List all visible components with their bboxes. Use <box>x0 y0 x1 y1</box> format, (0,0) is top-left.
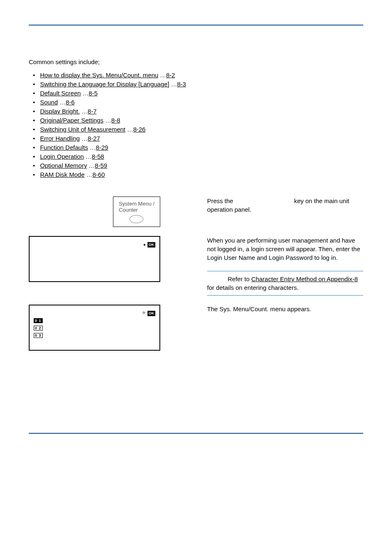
note-box: Refer to Character Entry Method on Appen… <box>207 271 363 296</box>
toc-link[interactable]: Error Handling <box>40 135 80 142</box>
toc-item[interactable]: Switching Unit of Measurement …8-26 <box>33 126 363 133</box>
panel-label: System Menu / Counter <box>119 201 154 213</box>
nav-ok-icon: ⬥ OK <box>143 241 155 247</box>
toc-item[interactable]: Display Bright. …8-7 <box>33 108 363 115</box>
button-oval-icon <box>129 215 143 223</box>
toc-page[interactable]: 8-26 <box>133 126 145 133</box>
toc-page[interactable]: 8-3 <box>177 81 186 88</box>
toc-page[interactable]: 8-8 <box>111 117 120 124</box>
toc-link[interactable]: Switching Unit of Measurement <box>40 126 125 133</box>
menu-num-3: 0 3 <box>34 333 43 338</box>
toc-link[interactable]: Default Screen <box>40 90 81 97</box>
login-lcd-display: ⬥ OK <box>29 236 160 282</box>
toc-item[interactable]: Switching the Language for Display [Lang… <box>33 81 363 88</box>
toc-list: How to display the Sys. Menu/Count. menu… <box>33 72 363 178</box>
step1-text: Press the key on the main unit operation… <box>207 197 363 227</box>
toc-item[interactable]: RAM Disk Mode …8-60 <box>33 171 363 178</box>
toc-link[interactable]: Function Defaults <box>40 144 88 151</box>
toc-item[interactable]: Default Screen …8-5 <box>33 90 363 97</box>
system-menu-key-illustration: System Menu / Counter <box>113 197 160 227</box>
toc-link[interactable]: RAM Disk Mode <box>40 171 84 178</box>
toc-link[interactable]: Login Operation <box>40 153 84 160</box>
toc-page[interactable]: 8-6 <box>66 99 75 106</box>
toc-link[interactable]: Switching the Language for Display [Lang… <box>40 81 169 88</box>
toc-item[interactable]: Login Operation …8-58 <box>33 153 363 160</box>
menu-num-2: 0 2 <box>34 326 43 331</box>
toc-page[interactable]: 8-27 <box>88 135 100 142</box>
toc-page[interactable]: 8-2 <box>166 72 175 79</box>
toc-page[interactable]: 8-60 <box>92 171 105 178</box>
sysmenu-lcd-display: ✧ OK 0 1 0 2 0 3 <box>29 305 160 351</box>
step3-text: The Sys. Menu/Count. menu appears. <box>207 305 363 313</box>
toc-item[interactable]: Sound …8-6 <box>33 99 363 106</box>
toc-page[interactable]: 8-29 <box>96 144 108 151</box>
toc-link[interactable]: Optional Memory <box>40 162 87 169</box>
top-divider <box>29 25 363 25</box>
toc-page[interactable]: 8-59 <box>95 162 107 169</box>
toc-item[interactable]: Function Defaults …8-29 <box>33 144 363 151</box>
toc-link[interactable]: Sound <box>40 99 58 106</box>
toc-link[interactable]: Original/Paper Settings <box>40 117 103 124</box>
toc-item[interactable]: Optional Memory …8-59 <box>33 162 363 169</box>
toc-link[interactable]: How to display the Sys. Menu/Count. menu <box>40 72 158 79</box>
toc-page[interactable]: 8-58 <box>92 153 104 160</box>
bottom-divider <box>29 433 363 434</box>
toc-link[interactable]: Display Bright. <box>40 108 80 115</box>
menu-num-1: 0 1 <box>34 318 43 323</box>
toc-item[interactable]: Original/Paper Settings …8-8 <box>33 117 363 124</box>
toc-item[interactable]: Error Handling …8-27 <box>33 135 363 142</box>
note-link[interactable]: Character Entry Method on Appendix-8 <box>251 275 358 282</box>
nav-ok-icon: ✧ OK <box>142 310 155 316</box>
intro-text: Common settings include; <box>29 58 363 65</box>
step2-text: When you are performing user management … <box>207 236 363 262</box>
toc-page[interactable]: 8-7 <box>88 108 97 115</box>
toc-item[interactable]: How to display the Sys. Menu/Count. menu… <box>33 72 363 79</box>
toc-page[interactable]: 8-5 <box>89 90 98 97</box>
